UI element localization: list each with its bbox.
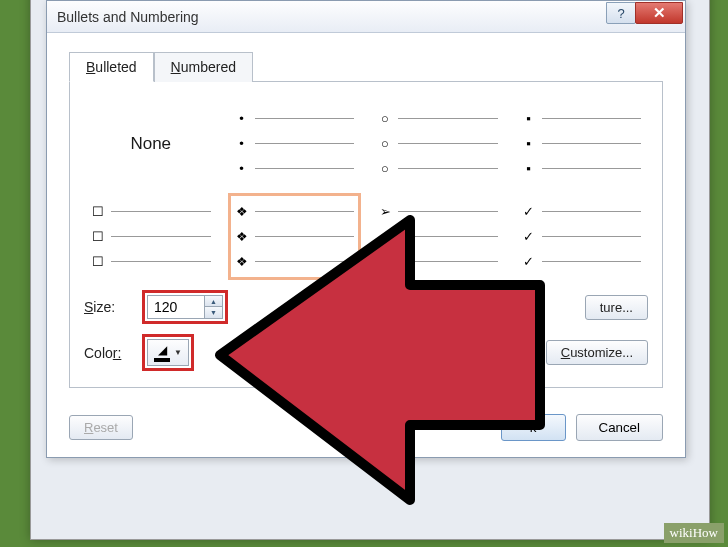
right-buttons: ture... [585, 295, 648, 320]
bullet-diamond-icon: ❖ [235, 204, 249, 219]
tab-bulleted[interactable]: Bulleted [69, 52, 154, 82]
size-spinner: ▲ ▼ [147, 295, 223, 319]
color-picker-button[interactable]: ◢ ▼ [147, 339, 189, 366]
tab-numbered[interactable]: Numbered [154, 52, 253, 82]
help-button[interactable]: ? [606, 2, 636, 24]
size-highlight: ▲ ▼ [142, 290, 228, 324]
bullet-option-diamond[interactable]: ❖ ❖ ❖ [228, 193, 362, 280]
size-decrement[interactable]: ▼ [205, 307, 222, 318]
tab-panel-bulleted: None • • • ○ ○ ○ ▪ ▪ ▪ ☐ [69, 82, 663, 388]
bullet-style-grid: None • • • ○ ○ ○ ▪ ▪ ▪ ☐ [84, 100, 648, 280]
reset-button[interactable]: Reset [69, 415, 133, 440]
window-title: Bullets and Numbering [57, 9, 199, 25]
titlebar: Bullets and Numbering ? ✕ [47, 1, 685, 33]
chevron-down-icon: ▼ [174, 348, 182, 357]
color-highlight: ◢ ▼ [142, 334, 194, 371]
color-swatch [154, 358, 170, 362]
bullet-square-icon: ▪ [522, 111, 536, 126]
bullet-option-none[interactable]: None [84, 100, 218, 187]
size-label: Size: [84, 299, 134, 315]
tab-strip: Bulleted Numbered [69, 51, 663, 82]
color-label: Color: [84, 345, 134, 361]
bullet-circle-icon: ○ [378, 111, 392, 126]
paint-bucket-icon: ◢ [158, 343, 167, 357]
bullet-option-square[interactable]: ▪ ▪ ▪ [515, 100, 649, 187]
ok-button[interactable]: k [501, 414, 566, 441]
bullet-arrow-icon: ➢ [378, 204, 392, 219]
bullet-disc-icon: • [235, 111, 249, 126]
dialog-body: Bulleted Numbered None • • • ○ ○ ○ [47, 33, 685, 402]
close-button[interactable]: ✕ [635, 2, 683, 24]
bullet-option-disc[interactable]: • • • [228, 100, 362, 187]
cancel-button[interactable]: Cancel [576, 414, 664, 441]
bullet-option-circle[interactable]: ○ ○ ○ [371, 100, 505, 187]
dialog-footer: Reset k Cancel [47, 402, 685, 457]
none-label: None [130, 134, 171, 154]
size-row: Size: ▲ ▼ ture... [84, 290, 648, 324]
bullet-option-hollow-square[interactable]: ☐ ☐ ☐ [84, 193, 218, 280]
size-input[interactable] [148, 296, 204, 318]
size-increment[interactable]: ▲ [205, 296, 222, 307]
dialog-window: Bullets and Numbering ? ✕ Bulleted Numbe… [46, 0, 686, 458]
bullet-hollow-square-icon: ☐ [91, 204, 105, 219]
bullet-option-arrow[interactable]: ➢ ➢ ➢ [371, 193, 505, 280]
bullet-check-icon: ✓ [522, 204, 536, 219]
picture-button[interactable]: ture... [585, 295, 648, 320]
watermark: wikiHow [664, 523, 724, 543]
color-row: Color: ◢ ▼ Customize... [84, 334, 648, 371]
bullet-option-check[interactable]: ✓ ✓ ✓ [515, 193, 649, 280]
customize-button[interactable]: Customize... [546, 340, 648, 365]
titlebar-buttons: ? ✕ [607, 2, 683, 24]
right-buttons-2: Customize... [546, 340, 648, 365]
